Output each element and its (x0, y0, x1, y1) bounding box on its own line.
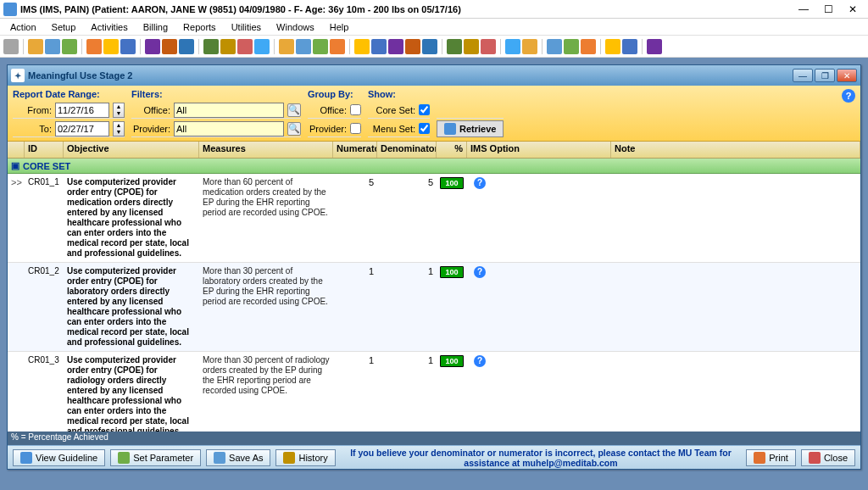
th-denominator[interactable]: Denominator (377, 142, 437, 158)
child-titlebar: ✦ Meaningful Use Stage 2 — ❐ ✕ (8, 65, 860, 86)
app-title: IMS (IMS, PAIN) (Patient: AARON, JANE W … (20, 4, 792, 14)
row-help-icon[interactable]: ? (474, 177, 486, 189)
row-help-icon[interactable]: ? (474, 266, 486, 278)
toolbar-icon[interactable] (28, 39, 43, 54)
th-numerator[interactable]: Numerator (333, 142, 377, 158)
th-measures[interactable]: Measures (199, 142, 333, 158)
menu-reports[interactable]: Reports (176, 20, 223, 34)
toolbar-icon[interactable] (422, 39, 437, 54)
toolbar-icon[interactable] (62, 39, 77, 54)
row-note (611, 175, 860, 260)
toolbar-icon[interactable] (464, 39, 479, 54)
toolbar-icon[interactable] (3, 39, 19, 54)
close-button[interactable]: Close (801, 449, 855, 466)
toolbar-icon[interactable] (145, 39, 160, 54)
set-parameter-button[interactable]: Set Parameter (110, 449, 201, 466)
toolbar-icon[interactable] (330, 39, 345, 54)
main-toolbar (0, 36, 868, 58)
menu-windows[interactable]: Windows (270, 20, 321, 34)
toolbar-icon[interactable] (481, 39, 496, 54)
groupby-provider-checkbox[interactable] (350, 123, 361, 134)
from-date-spinner[interactable]: ▲▼ (113, 103, 125, 118)
toolbar-icon[interactable] (179, 39, 194, 54)
provider-lookup-icon[interactable]: 🔍 (287, 122, 301, 136)
toolbar-icon[interactable] (505, 39, 520, 54)
table-row[interactable]: CR01_2Use computerized provider order en… (8, 263, 860, 352)
provider-input[interactable] (174, 121, 284, 136)
toolbar-icon[interactable] (405, 39, 420, 54)
toolbar-icon[interactable] (388, 39, 403, 54)
toolbar-icon[interactable] (279, 39, 294, 54)
help-icon[interactable]: ? (842, 89, 855, 103)
groupby-provider-label: Provider: (308, 124, 347, 134)
maximize-button[interactable] (816, 2, 840, 17)
toolbar-icon[interactable] (605, 39, 620, 54)
menu-activities[interactable]: Activities (84, 20, 134, 34)
menu-utilities[interactable]: Utilities (225, 20, 268, 34)
menuset-label: Menu Set: (368, 124, 415, 134)
office-lookup-icon[interactable]: 🔍 (287, 103, 301, 117)
close-icon (809, 452, 821, 464)
row-help-icon[interactable]: ? (474, 355, 486, 367)
toolbar-icon[interactable] (447, 39, 462, 54)
menuset-checkbox[interactable] (419, 123, 430, 134)
mdi-area: ✦ Meaningful Use Stage 2 — ❐ ✕ Report Da… (0, 58, 868, 490)
history-button[interactable]: History (275, 449, 335, 466)
toolbar-icon[interactable] (103, 39, 119, 54)
child-restore-button[interactable]: ❐ (815, 69, 835, 82)
toolbar-icon[interactable] (203, 39, 219, 54)
toolbar-icon[interactable] (581, 39, 596, 54)
table-body[interactable]: ▣ CORE SET >>CR01_1Use computerized prov… (8, 159, 860, 432)
coreset-group-header[interactable]: ▣ CORE SET (8, 159, 860, 174)
groupby-office-label: Office: (308, 105, 347, 115)
toolbar-icon[interactable] (162, 39, 177, 54)
toolbar-icon[interactable] (254, 39, 270, 54)
child-window-icon: ✦ (11, 69, 25, 82)
toolbar-icon[interactable] (296, 39, 311, 54)
th-note[interactable]: Note (611, 142, 860, 158)
th-id[interactable]: ID (25, 142, 64, 158)
from-date-input[interactable] (55, 103, 109, 118)
row-imsoption: ? (467, 175, 611, 260)
minimize-button[interactable] (792, 2, 815, 17)
toolbar-icon[interactable] (622, 39, 637, 54)
toolbar-icon[interactable] (564, 39, 579, 54)
th-percent[interactable]: % (437, 142, 467, 158)
toolbar-icon[interactable] (86, 39, 102, 54)
th-imsoption[interactable]: IMS Option (467, 142, 611, 158)
th-objective[interactable]: Objective (64, 142, 199, 158)
toolbar-icon[interactable] (522, 39, 537, 54)
to-date-input[interactable] (55, 121, 109, 136)
toolbar-icon[interactable] (547, 39, 562, 54)
toolbar-icon[interactable] (313, 39, 328, 54)
menu-billing[interactable]: Billing (136, 20, 175, 34)
toolbar-icon[interactable] (647, 39, 662, 54)
collapse-icon[interactable]: ▣ (11, 160, 23, 171)
row-denominator: 1 (377, 354, 437, 432)
close-app-button[interactable] (841, 2, 865, 17)
print-button[interactable]: Print (746, 449, 796, 466)
retrieve-button[interactable]: Retrieve (437, 120, 504, 137)
table-row[interactable]: CR01_3Use computerized provider order en… (8, 352, 860, 432)
toolbar-icon[interactable] (371, 39, 387, 54)
toolbar-icon[interactable] (45, 39, 60, 54)
office-input[interactable] (174, 103, 284, 118)
coreset-checkbox[interactable] (419, 104, 430, 115)
to-date-spinner[interactable]: ▲▼ (113, 121, 125, 136)
menu-action[interactable]: Action (3, 20, 43, 34)
groupby-label: Group By: (308, 89, 361, 99)
menu-help[interactable]: Help (323, 20, 356, 34)
child-minimize-button[interactable]: — (793, 69, 813, 82)
groupby-office-checkbox[interactable] (350, 104, 361, 115)
save-as-button[interactable]: Save As (206, 449, 270, 466)
toolbar-icon[interactable] (237, 39, 253, 54)
view-guideline-button[interactable]: View Guideline (13, 449, 105, 466)
provider-label: Provider: (131, 124, 170, 134)
toolbar-icon[interactable] (220, 39, 236, 54)
toolbar-icon[interactable] (354, 39, 370, 54)
menu-setup[interactable]: Setup (45, 20, 83, 34)
table-row[interactable]: >>CR01_1Use computerized provider order … (8, 174, 860, 263)
row-objective: Use computerized provider order entry (C… (64, 175, 199, 260)
child-close-button[interactable]: ✕ (837, 69, 857, 82)
toolbar-icon[interactable] (120, 39, 136, 54)
